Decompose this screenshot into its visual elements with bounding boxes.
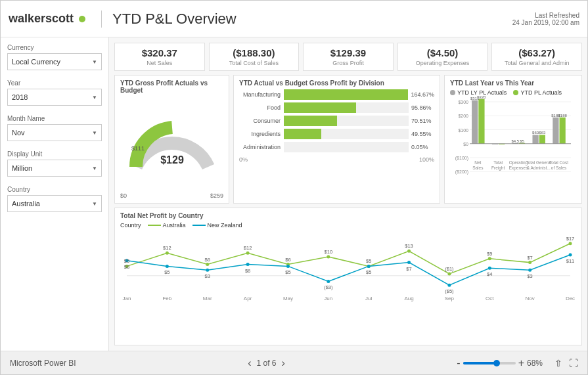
gbar-chart-title: YTD Last Year vs This Year (450, 79, 576, 87)
svg-text:TotalFreight: TotalFreight (491, 160, 505, 171)
display-unit-select[interactable]: Million ▼ (7, 160, 102, 177)
fullscreen-icon[interactable]: ⛶ (569, 358, 578, 368)
hbar-label-3: Ingredients (239, 131, 284, 137)
svg-text:May: May (283, 296, 293, 301)
svg-text:$4: $4 (487, 271, 492, 277)
filter-country: Country Australia ▼ (7, 186, 102, 212)
svg-text:$6: $6 (245, 268, 250, 274)
gbar-legend: YTD LY PL Actuals YTD PL Actuals (450, 89, 576, 96)
svg-text:Oct: Oct (486, 296, 494, 301)
line-au-label: Australia (163, 222, 186, 229)
hbar-axis-start: 0% (239, 156, 248, 163)
svg-point-38 (166, 252, 169, 255)
svg-point-44 (407, 250, 411, 253)
logo-dot (79, 16, 85, 22)
filter-year: Year 2018 ▼ (7, 79, 102, 106)
logo: walkerscott (9, 12, 85, 26)
hbar-row-0: Manufacturing 164.67% (239, 89, 434, 100)
donut-chart-container: $129 $111 (120, 97, 223, 191)
hbar-label-2: Consumer (239, 118, 284, 124)
zoom-slider-fill (463, 362, 495, 364)
line-legend-label: Country (120, 222, 141, 229)
zoom-slider[interactable] (463, 362, 516, 364)
donut-center-value: $129 (160, 154, 184, 165)
legend-ly-dot (450, 90, 455, 95)
svg-text:$63: $63 (539, 131, 546, 135)
country-select[interactable]: Australia ▼ (7, 195, 102, 212)
currency-select[interactable]: Local Currency ▼ (7, 53, 102, 70)
kpi-label-0: Net Sales (122, 60, 198, 66)
prev-page-button[interactable]: ‹ (248, 357, 251, 369)
svg-rect-30 (553, 118, 558, 144)
svg-point-52 (246, 263, 250, 266)
share-icon[interactable]: ⇧ (554, 358, 562, 368)
hbar-track-1 (284, 102, 409, 113)
page-info: 1 of 6 (257, 359, 277, 368)
line-legend-au: Australia (148, 222, 186, 229)
hbar-track-4 (284, 142, 409, 152)
line-chart-title: Total Net Profit by Country (120, 212, 576, 219)
svg-text:$8: $8 (124, 264, 129, 270)
hbar-track-0 (284, 89, 408, 100)
line-chart-legend: Country Australia New Zealand (120, 222, 576, 229)
svg-text:Jan: Jan (123, 296, 131, 301)
sidebar: Currency Local Currency ▼ Year 2018 ▼ Mo… (1, 37, 109, 351)
kpi-card-4: ($63.27)Total General and Admin (491, 43, 582, 71)
zoom-minus-button[interactable]: - (457, 357, 460, 369)
year-select[interactable]: 2018 ▼ (7, 89, 102, 106)
svg-text:$0: $0 (463, 142, 468, 146)
svg-text:$300: $300 (458, 100, 468, 104)
hbar-axis: 0% 100% (239, 156, 434, 163)
hbar-axis-end: 100% (419, 156, 434, 163)
svg-text:Jul: Jul (365, 296, 372, 301)
filter-currency: Currency Local Currency ▼ (7, 44, 102, 70)
svg-text:$188: $188 (558, 114, 567, 118)
currency-value: Local Currency (12, 58, 60, 66)
zoom-plus-button[interactable]: + (518, 357, 524, 369)
next-page-button[interactable]: › (282, 357, 285, 369)
hbar-pct-3: 49.55% (411, 131, 434, 137)
bottom-bar-right: - + 68% ⇧ ⛶ (457, 357, 578, 369)
last-refreshed-label: Last Refreshed (512, 12, 579, 19)
svg-text:$5: $5 (520, 139, 524, 143)
donut-labels: $0 $259 (120, 192, 223, 199)
svg-text:($5): ($5) (445, 288, 454, 294)
kpi-value-3: ($4.50) (405, 47, 481, 58)
hbar-row-2: Consumer 70.51% (239, 116, 434, 126)
kpi-label-3: Operating Expenses (405, 60, 481, 66)
line-chart-svg: $5$12$6$12$6$10$5$13($1)$9$7$17$8$5$3$6$… (120, 230, 577, 302)
svg-text:$63: $63 (532, 131, 539, 135)
kpi-card-1: ($188.30)Total Cost of Sales (209, 43, 300, 71)
svg-text:Dec: Dec (566, 296, 575, 301)
hbar-label-4: Administration (239, 144, 284, 150)
svg-text:Sep: Sep (445, 296, 455, 301)
svg-text:Apr: Apr (244, 296, 252, 301)
svg-text:$6: $6 (285, 257, 290, 263)
hbar-fill-0 (284, 89, 408, 100)
currency-label: Currency (7, 44, 102, 51)
zoom-value: 68% (527, 359, 548, 368)
svg-text:$5: $5 (164, 269, 170, 275)
hbar-fill-1 (284, 102, 356, 113)
title-bar-left: walkerscott YTD P&L Overview (9, 11, 237, 28)
hbar-chart-panel: YTD Actual vs Budget Gross Profit by Div… (233, 75, 440, 204)
svg-text:$11: $11 (566, 258, 575, 264)
hbar-track-3 (284, 129, 409, 139)
svg-rect-25 (532, 135, 538, 143)
month-select[interactable]: Nov ▼ (7, 124, 102, 141)
legend-ty-label: YTD PL Actuals (520, 89, 562, 96)
hbar-row-3: Ingredients 49.55% (239, 129, 434, 139)
hbar-row-4: Administration 0.05% (239, 142, 434, 152)
svg-text:$5: $5 (366, 258, 371, 264)
donut-chart-panel: YTD Gross Profit Actuals vs Budget $129 … (114, 75, 229, 204)
legend-ty: YTD PL Actuals (513, 89, 562, 96)
svg-point-53 (286, 265, 290, 268)
line-chart-panel: Total Net Profit by Country Country Aust… (114, 208, 582, 345)
svg-text:$4.5: $4.5 (511, 139, 519, 143)
dashboard: $320.37Net Sales($188.30)Total Cost of S… (109, 37, 587, 351)
zoom-slider-thumb (493, 360, 500, 366)
filter-display-unit: Display Unit Million ▼ (7, 150, 102, 177)
svg-point-42 (327, 255, 330, 258)
month-value: Nov (12, 129, 25, 137)
legend-ty-dot (513, 90, 518, 95)
